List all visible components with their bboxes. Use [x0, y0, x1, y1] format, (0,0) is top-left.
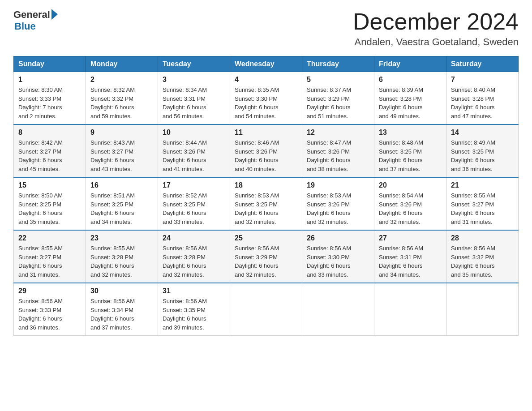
daylight-label: Daylight: 6 hours: [163, 262, 206, 269]
sunset-value: 3:25 PM: [184, 201, 206, 208]
calendar-cell: [446, 283, 519, 336]
calendar-cell: 14 Sunrise: 8:49 AM Sunset: 3:25 PM Dayl…: [446, 124, 519, 177]
sunrise-value: 8:30 AM: [41, 86, 63, 93]
day-info: Sunrise: 8:49 AM Sunset: 3:25 PM Dayligh…: [451, 138, 514, 173]
day-number: 19: [307, 181, 369, 189]
sunset-label: Sunset:: [18, 254, 40, 261]
daylight-label: Daylight: 6 hours: [18, 210, 62, 216]
calendar-body: 1 Sunrise: 8:30 AM Sunset: 3:33 PM Dayli…: [14, 72, 519, 336]
day-info: Sunrise: 8:56 AM Sunset: 3:32 PM Dayligh…: [451, 244, 514, 279]
sunset-value: 3:30 PM: [256, 95, 278, 102]
day-info: Sunrise: 8:32 AM Sunset: 3:32 PM Dayligh…: [90, 86, 153, 120]
sunrise-value: 8:47 AM: [330, 139, 351, 146]
weekday-header-saturday: Saturday: [446, 56, 519, 72]
sunrise-value: 8:55 AM: [113, 245, 135, 252]
sunset-label: Sunset:: [235, 148, 256, 155]
sunset-label: Sunset:: [18, 201, 40, 208]
sunset-value: 3:25 PM: [40, 201, 61, 208]
daylight-continuation: and 43 minutes.: [90, 166, 132, 172]
sunset-value: 3:25 PM: [112, 201, 133, 208]
sunset-value: 3:26 PM: [400, 201, 422, 208]
daylight-label: Daylight: 6 hours: [235, 262, 279, 269]
sunrise-value: 8:37 AM: [330, 86, 351, 93]
day-info: Sunrise: 8:55 AM Sunset: 3:28 PM Dayligh…: [90, 244, 153, 279]
calendar-cell: 24 Sunrise: 8:56 AM Sunset: 3:28 PM Dayl…: [158, 230, 230, 283]
daylight-continuation: and 35 minutes.: [18, 218, 60, 225]
calendar-cell: 10 Sunrise: 8:44 AM Sunset: 3:26 PM Dayl…: [158, 124, 230, 177]
day-number: 24: [163, 234, 225, 242]
calendar-cell: 30 Sunrise: 8:56 AM Sunset: 3:34 PM Dayl…: [86, 283, 158, 336]
sunset-value: 3:25 PM: [256, 201, 278, 208]
sunset-label: Sunset:: [451, 254, 472, 261]
calendar-cell: 13 Sunrise: 8:48 AM Sunset: 3:25 PM Dayl…: [374, 124, 446, 177]
sunrise-value: 8:48 AM: [402, 139, 423, 146]
daylight-continuation: and 32 minutes.: [163, 271, 204, 278]
sunset-label: Sunset:: [163, 95, 184, 102]
day-info: Sunrise: 8:51 AM Sunset: 3:25 PM Dayligh…: [90, 191, 153, 226]
sunset-label: Sunset:: [90, 307, 112, 313]
day-number: 21: [451, 181, 514, 189]
sunrise-value: 8:35 AM: [257, 86, 279, 93]
calendar-table: SundayMondayTuesdayWednesdayThursdayFrid…: [13, 56, 519, 336]
sunrise-label: Sunrise:: [451, 139, 474, 146]
sunset-label: Sunset:: [163, 254, 184, 261]
day-info: Sunrise: 8:40 AM Sunset: 3:28 PM Dayligh…: [451, 86, 514, 120]
sunrise-label: Sunrise:: [18, 139, 41, 146]
daylight-label: Daylight: 6 hours: [90, 315, 134, 322]
weekday-header-monday: Monday: [86, 56, 158, 72]
calendar-title: December 2024: [353, 9, 519, 34]
sunrise-label: Sunrise:: [90, 245, 113, 252]
day-info: Sunrise: 8:56 AM Sunset: 3:30 PM Dayligh…: [307, 244, 369, 279]
daylight-continuation: and 45 minutes.: [18, 166, 60, 172]
day-number: 16: [90, 181, 153, 189]
weekday-header-friday: Friday: [374, 56, 446, 72]
daylight-continuation: and 47 minutes.: [451, 113, 493, 120]
daylight-continuation: and 33 minutes.: [163, 218, 204, 225]
calendar-cell: 21 Sunrise: 8:55 AM Sunset: 3:27 PM Dayl…: [446, 177, 519, 230]
day-info: Sunrise: 8:55 AM Sunset: 3:27 PM Dayligh…: [451, 191, 514, 226]
sunset-label: Sunset:: [90, 201, 112, 208]
daylight-label: Daylight: 6 hours: [90, 157, 134, 163]
sunrise-label: Sunrise:: [307, 139, 330, 146]
daylight-label: Daylight: 6 hours: [235, 104, 279, 111]
daylight-continuation: and 32 minutes.: [235, 218, 276, 225]
daylight-continuation: and 32 minutes.: [90, 271, 132, 278]
calendar-cell: 2 Sunrise: 8:32 AM Sunset: 3:32 PM Dayli…: [86, 72, 158, 125]
daylight-continuation: and 39 minutes.: [163, 324, 204, 331]
daylight-label: Daylight: 7 hours: [18, 104, 62, 111]
sunset-label: Sunset:: [379, 201, 400, 208]
sunrise-label: Sunrise:: [235, 245, 257, 252]
day-info: Sunrise: 8:43 AM Sunset: 3:27 PM Dayligh…: [90, 138, 153, 173]
day-number: 11: [235, 128, 297, 137]
daylight-label: Daylight: 6 hours: [163, 157, 206, 163]
sunset-value: 3:27 PM: [40, 254, 61, 261]
calendar-cell: 12 Sunrise: 8:47 AM Sunset: 3:26 PM Dayl…: [302, 124, 374, 177]
sunrise-label: Sunrise:: [379, 139, 402, 146]
daylight-continuation: and 34 minutes.: [379, 271, 420, 278]
sunrise-label: Sunrise:: [163, 245, 185, 252]
calendar-cell: 27 Sunrise: 8:56 AM Sunset: 3:31 PM Dayl…: [374, 230, 446, 283]
calendar-week-row: 22 Sunrise: 8:55 AM Sunset: 3:27 PM Dayl…: [14, 230, 519, 283]
day-number: 4: [235, 76, 297, 84]
sunrise-label: Sunrise:: [307, 192, 330, 199]
daylight-label: Daylight: 6 hours: [379, 104, 423, 111]
day-info: Sunrise: 8:56 AM Sunset: 3:28 PM Dayligh…: [163, 244, 225, 279]
daylight-label: Daylight: 6 hours: [163, 210, 206, 216]
calendar-cell: [230, 283, 302, 336]
logo: General Blue: [13, 9, 58, 32]
sunset-label: Sunset:: [451, 201, 472, 208]
logo-general-text: General: [13, 9, 50, 21]
day-number: 18: [235, 181, 297, 189]
sunset-value: 3:29 PM: [256, 254, 278, 261]
sunrise-value: 8:56 AM: [113, 298, 135, 304]
sunrise-label: Sunrise:: [379, 245, 402, 252]
daylight-continuation: and 56 minutes.: [163, 113, 204, 120]
sunset-value: 3:32 PM: [112, 95, 133, 102]
day-info: Sunrise: 8:34 AM Sunset: 3:31 PM Dayligh…: [163, 86, 225, 120]
weekday-header-sunday: Sunday: [14, 56, 86, 72]
daylight-continuation: and 59 minutes.: [90, 113, 132, 120]
sunset-label: Sunset:: [451, 148, 472, 155]
sunset-label: Sunset:: [163, 201, 184, 208]
sunrise-value: 8:56 AM: [474, 245, 495, 252]
sunrise-label: Sunrise:: [90, 192, 113, 199]
